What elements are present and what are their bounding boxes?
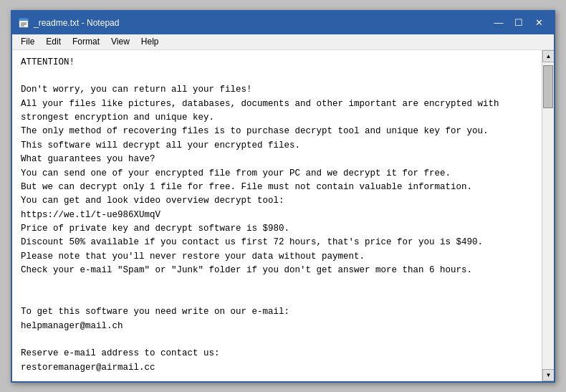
title-bar: _readme.txt - Notepad — ☐ ✕ — [12, 11, 554, 34]
menu-file[interactable]: File — [15, 35, 40, 48]
menu-format[interactable]: Format — [67, 35, 105, 48]
window-controls: — ☐ ✕ — [489, 15, 548, 31]
menu-edit[interactable]: Edit — [40, 35, 67, 48]
window-title: _readme.txt - Notepad — [34, 18, 489, 28]
svg-rect-1 — [19, 19, 28, 21]
scroll-track — [542, 62, 554, 369]
scroll-up-button[interactable]: ▲ — [542, 50, 554, 62]
text-editor[interactable]: ATTENTION! Don't worry, you can return a… — [12, 50, 542, 381]
vertical-scrollbar[interactable]: ▲ ▼ — [542, 50, 554, 381]
menu-bar: File Edit Format View Help — [12, 34, 554, 50]
notepad-window: _readme.txt - Notepad — ☐ ✕ File Edit Fo… — [11, 10, 555, 383]
minimize-button[interactable]: — — [489, 15, 508, 31]
menu-view[interactable]: View — [105, 35, 135, 48]
content-area: ATTENTION! Don't worry, you can return a… — [12, 50, 554, 381]
scroll-down-button[interactable]: ▼ — [542, 369, 554, 381]
close-button[interactable]: ✕ — [529, 15, 548, 31]
window-icon — [18, 17, 29, 29]
menu-help[interactable]: Help — [135, 35, 165, 48]
scroll-thumb[interactable] — [543, 65, 553, 108]
maximize-button[interactable]: ☐ — [509, 15, 528, 31]
